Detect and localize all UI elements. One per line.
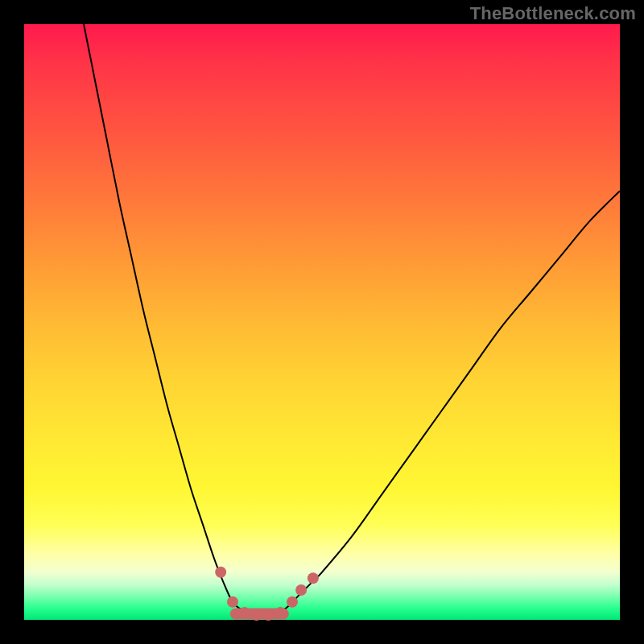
valley-marker-dot bbox=[287, 597, 298, 608]
valley-marker-dot bbox=[308, 572, 319, 584]
chart-plot-area bbox=[24, 24, 620, 620]
valley-marker-dot bbox=[227, 597, 238, 608]
valley-marker-dot bbox=[275, 607, 286, 618]
valley-marker-dot bbox=[262, 609, 274, 621]
watermark-text: TheBottleneck.com bbox=[470, 3, 636, 24]
bottleneck-curve bbox=[24, 24, 620, 620]
chart-frame: TheBottleneck.com bbox=[0, 0, 644, 644]
valley-marker-dot bbox=[295, 584, 307, 596]
bottleneck-curve-path bbox=[84, 24, 620, 614]
valley-marker-dot bbox=[215, 567, 226, 578]
valley-marker-dot bbox=[239, 607, 250, 618]
valley-marker-dot bbox=[251, 609, 262, 621]
